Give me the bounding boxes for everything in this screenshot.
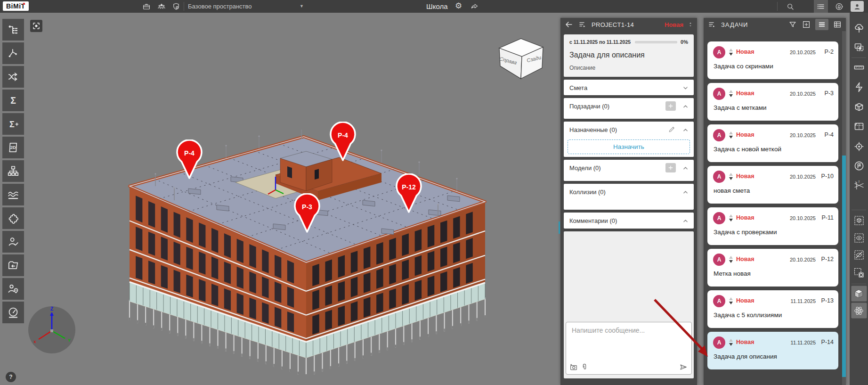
message-input[interactable] bbox=[566, 322, 691, 358]
chevron-up-icon[interactable] bbox=[681, 188, 690, 196]
section-2[interactable]: Подзадачи (0) bbox=[564, 98, 694, 119]
task-card-P-12[interactable]: AНовая20.10.2025P-12Метка новая bbox=[707, 249, 838, 287]
left-toolbar-export-model-button[interactable] bbox=[2, 254, 24, 276]
projects-button[interactable] bbox=[141, 1, 152, 12]
section-1[interactable]: Смета bbox=[564, 80, 694, 95]
issue-pin-P-4[interactable]: P-4 bbox=[175, 139, 204, 180]
tasks-scrollbar-track[interactable] bbox=[842, 31, 846, 385]
issue-pin-P-4[interactable]: P-4 bbox=[328, 122, 357, 162]
right-toolbar-tree-button[interactable] bbox=[852, 22, 866, 35]
panel-menu-icon[interactable] bbox=[578, 20, 587, 29]
task-card-P-14[interactable]: AНовая11.11.2025P-14Задача для описания bbox=[707, 332, 838, 369]
issue-pin-P-12[interactable]: P-12 bbox=[394, 173, 423, 214]
view-list-icon[interactable] bbox=[815, 19, 828, 30]
section-3[interactable]: Назначенные (0)Назначить bbox=[564, 122, 694, 157]
gear-icon[interactable]: ⚙ bbox=[455, 0, 462, 12]
axis-gizmo[interactable]: Z x Y bbox=[28, 306, 75, 353]
chevron-up-icon[interactable] bbox=[681, 126, 690, 134]
chevron-down-icon[interactable] bbox=[681, 84, 690, 92]
task-card-P-10[interactable]: AНовая20.10.2025P-10новая смета bbox=[707, 166, 838, 204]
section-4[interactable]: Модели (0) bbox=[564, 160, 694, 181]
camera-icon[interactable] bbox=[569, 362, 578, 372]
left-toolbar-view-2d-button[interactable]: 2D bbox=[2, 137, 24, 158]
add-icon[interactable] bbox=[665, 101, 676, 111]
task-card-P-4[interactable]: AНовая20.10.2025P-4Задача с новой меткой bbox=[707, 124, 838, 162]
left-toolbar-shuffle-button[interactable] bbox=[2, 66, 24, 88]
notifications-button[interactable] bbox=[834, 1, 844, 12]
right-toolbar-locate-button[interactable] bbox=[852, 140, 866, 153]
section-5[interactable]: Коллизии (0) bbox=[564, 184, 694, 210]
focus-selection-button[interactable] bbox=[30, 20, 42, 32]
3d-model-viewport[interactable] bbox=[118, 130, 495, 375]
right-toolbar-clear-selection-button[interactable] bbox=[852, 266, 866, 279]
task-card-P-3[interactable]: AНовая20.10.2025P-3Задача с метками bbox=[707, 83, 838, 121]
left-toolbar-sum-button[interactable]: Σ bbox=[2, 90, 24, 111]
status-badge: Новая bbox=[736, 131, 754, 138]
right-toolbar-hide-selection-button[interactable] bbox=[852, 248, 866, 262]
right-toolbar-isolate-selection-button[interactable] bbox=[852, 214, 866, 227]
filter-icon[interactable] bbox=[788, 20, 797, 29]
right-toolbar-ruler-button[interactable] bbox=[852, 61, 866, 74]
share-button[interactable] bbox=[469, 1, 480, 12]
left-toolbar-sum-add-button[interactable]: Σ bbox=[2, 113, 24, 135]
assign-button[interactable]: Назначить bbox=[568, 139, 690, 154]
question-icon: ? bbox=[9, 374, 12, 380]
send-icon[interactable] bbox=[679, 362, 688, 372]
right-toolbar-axes-button[interactable]: 12 bbox=[852, 179, 866, 192]
task-progress-bar bbox=[635, 41, 677, 43]
orbit-icon bbox=[853, 305, 865, 316]
left-toolbar-user-check-button[interactable] bbox=[2, 231, 24, 253]
back-icon[interactable] bbox=[564, 20, 574, 29]
left-toolbar-connections-button[interactable] bbox=[2, 42, 24, 64]
teams-button[interactable] bbox=[156, 1, 167, 12]
tree-icon bbox=[853, 23, 865, 34]
right-toolbar-clash-button[interactable] bbox=[852, 81, 866, 94]
left-toolbar-charts-button[interactable] bbox=[2, 184, 24, 205]
right-toolbar-orbit-button[interactable] bbox=[851, 303, 867, 319]
bell-icon bbox=[835, 2, 844, 11]
right-toolbar-section-plane-button[interactable] bbox=[852, 120, 866, 133]
search-button[interactable] bbox=[785, 1, 795, 12]
security-button[interactable] bbox=[170, 1, 181, 12]
task-card-P-2[interactable]: AНовая20.10.2025P-2Задача со скринами bbox=[707, 41, 838, 79]
right-toolbar-shaded-cube-button[interactable] bbox=[851, 286, 867, 302]
task-card-title: Задача с метками bbox=[714, 104, 767, 111]
right-toolbar-box-3d-button[interactable] bbox=[852, 100, 866, 114]
panel-menu-icon[interactable] bbox=[707, 20, 717, 29]
tasks-scrollbar-thumb[interactable] bbox=[842, 156, 846, 377]
priority-arrows-icon[interactable] bbox=[688, 20, 693, 29]
attach-icon[interactable] bbox=[580, 362, 589, 372]
section-6[interactable]: Комментарии (0) bbox=[564, 213, 694, 229]
task-card-P-11[interactable]: AНовая20.10.2025P-11Задача с проверками bbox=[707, 207, 838, 245]
account-button[interactable] bbox=[851, 1, 864, 12]
avatar: A bbox=[713, 254, 725, 266]
view-table-icon[interactable] bbox=[833, 20, 842, 29]
topbar-divider bbox=[184, 2, 184, 11]
left-toolbar-dashboard-button[interactable] bbox=[2, 302, 24, 323]
left-toolbar-model-tree-button[interactable] bbox=[2, 19, 24, 41]
task-card-P-13[interactable]: AНовая11.11.2025P-13Задача с 5 коллизиям… bbox=[707, 290, 838, 328]
status-badge: Новая bbox=[736, 49, 754, 55]
avatar: A bbox=[713, 171, 725, 183]
issue-pin-P-3[interactable]: P-3 bbox=[292, 193, 322, 234]
pencil-icon[interactable] bbox=[668, 125, 676, 133]
tasks-view-toggle[interactable] bbox=[814, 0, 828, 13]
right-toolbar-show-selection-button[interactable] bbox=[852, 231, 866, 245]
chevron-up-icon[interactable] bbox=[681, 102, 690, 110]
left-toolbar-plugins-button[interactable] bbox=[2, 207, 24, 229]
add-icon[interactable] bbox=[665, 163, 676, 172]
right-toolbar-copy-selection-button[interactable] bbox=[852, 41, 866, 54]
right-toolbar-flag-button[interactable] bbox=[852, 159, 866, 172]
box-3d-icon bbox=[853, 101, 865, 113]
add-task-icon[interactable] bbox=[802, 20, 811, 29]
share-icon bbox=[471, 2, 479, 11]
chevron-up-icon[interactable] bbox=[681, 217, 690, 225]
workspace-selector[interactable]: Базовое пространство bbox=[188, 0, 252, 13]
help-button[interactable]: ? bbox=[6, 372, 16, 382]
navigation-cube[interactable]: Справа Сзади bbox=[493, 34, 549, 81]
left-toolbar-user-location-button[interactable] bbox=[2, 278, 24, 300]
chevron-up-icon[interactable] bbox=[681, 164, 690, 172]
left-toolbar-org-chart-button[interactable] bbox=[2, 160, 24, 182]
app-logo[interactable]: BiMiT bbox=[3, 1, 29, 11]
chevron-down-icon[interactable]: ▼ bbox=[300, 0, 304, 13]
